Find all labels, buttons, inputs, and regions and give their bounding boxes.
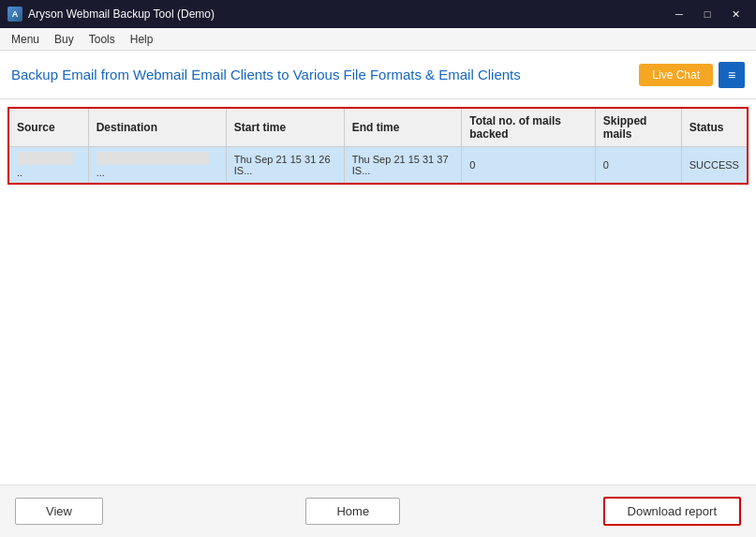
table-row[interactable]: .. ... Thu Sep 21 15 31 26 IS... Thu Sep…	[8, 147, 748, 185]
col-start-time: Start time	[226, 108, 344, 147]
menu-item-tools[interactable]: Tools	[82, 31, 123, 48]
header-bar: Backup Email from Webmail Email Clients …	[0, 51, 756, 99]
backup-table: Source Destination Start time End time T…	[7, 107, 749, 185]
col-source: Source	[8, 108, 88, 147]
bottom-bar: View Home Download report	[0, 485, 756, 537]
cell-skipped: 0	[595, 147, 681, 185]
cell-start-time: Thu Sep 21 15 31 26 IS...	[226, 147, 344, 185]
destination-blurred	[96, 152, 209, 165]
table-body: .. ... Thu Sep 21 15 31 26 IS... Thu Sep…	[8, 147, 748, 185]
title-bar-left: A Aryson Webmail Backup Tool (Demo)	[7, 7, 215, 22]
maximize-button[interactable]: □	[694, 5, 720, 23]
app-main-title: Backup Email from Webmail Email Clients …	[11, 67, 639, 82]
cell-total-no: 0	[462, 147, 596, 185]
minimize-button[interactable]: ─	[666, 5, 692, 23]
cell-source: ..	[8, 147, 88, 185]
menu-bar: Menu Buy Tools Help	[0, 28, 756, 51]
table-header: Source Destination Start time End time T…	[8, 108, 748, 147]
close-button[interactable]: ✕	[722, 5, 749, 23]
hamburger-menu-button[interactable]: ≡	[719, 62, 745, 88]
header-buttons: Live Chat ≡	[639, 62, 745, 88]
view-button[interactable]: View	[15, 498, 103, 525]
menu-item-help[interactable]: Help	[123, 31, 161, 48]
col-end-time: End time	[344, 108, 461, 147]
app-icon: A	[7, 7, 22, 22]
cell-status: SUCCESS	[681, 147, 748, 185]
cell-destination: ...	[88, 147, 226, 185]
home-button[interactable]: Home	[305, 498, 400, 525]
menu-item-menu[interactable]: Menu	[4, 31, 47, 48]
source-blurred	[17, 152, 73, 165]
menu-item-buy[interactable]: Buy	[47, 31, 82, 48]
title-bar: A Aryson Webmail Backup Tool (Demo) ─ □ …	[0, 0, 756, 28]
col-total-no: Total no. of mails backed	[462, 108, 596, 147]
col-destination: Destination	[88, 108, 226, 147]
app-title-bar: Aryson Webmail Backup Tool (Demo)	[28, 7, 215, 21]
col-skipped: Skipped mails	[595, 108, 681, 147]
col-status: Status	[681, 108, 748, 147]
download-report-button[interactable]: Download report	[603, 497, 741, 526]
window-controls: ─ □ ✕	[666, 5, 749, 23]
cell-end-time: Thu Sep 21 15 31 37 IS...	[344, 147, 461, 185]
live-chat-button[interactable]: Live Chat	[639, 64, 713, 86]
table-container: Source Destination Start time End time T…	[0, 99, 756, 485]
main-content: Backup Email from Webmail Email Clients …	[0, 51, 756, 537]
